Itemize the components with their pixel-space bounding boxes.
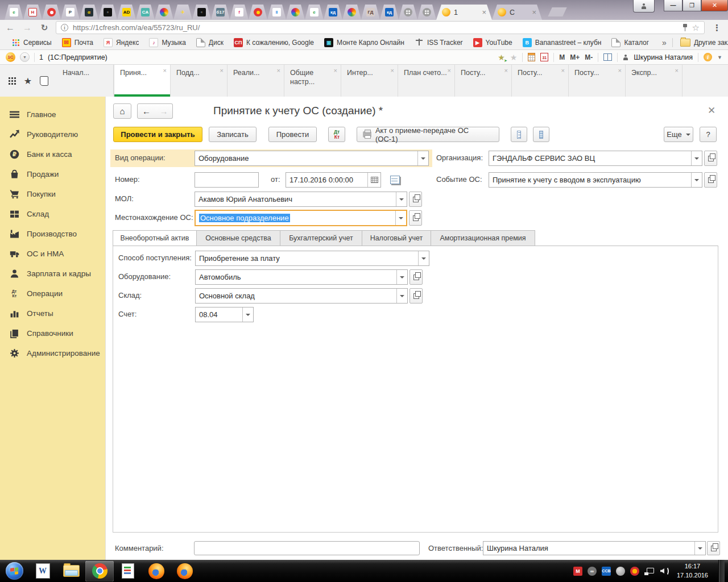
act-print-button[interactable]: Акт о приеме-передаче ОС (ОС-1) (357, 127, 499, 142)
pinned-tab[interactable]: e (305, 5, 324, 20)
location-open-button[interactable] (409, 210, 422, 226)
mol-field[interactable]: Акамов Юрий Анатольевич (195, 192, 407, 207)
responsible-field[interactable]: Шкурина Наталия (483, 541, 706, 555)
post-and-close-button[interactable]: Провести и закрыть (113, 127, 202, 142)
number-settings-icon[interactable] (390, 176, 400, 184)
sidebar-item-gear[interactable]: Администрирование (0, 343, 105, 363)
date-picker-button[interactable] (367, 173, 380, 187)
url-text[interactable]: https://1cfresh.com/a/ea/55723/ru_RU/ (73, 23, 678, 32)
forward-button[interactable]: → (155, 103, 173, 119)
browser-forward-button[interactable]: → (22, 23, 33, 33)
sidebar-item-books[interactable]: Справочники (0, 323, 105, 343)
dt-kt-button[interactable]: ДтКт (328, 127, 345, 142)
bookmark-item[interactable]: ▶YouTube (468, 36, 518, 49)
pinned-tab[interactable] (342, 5, 361, 20)
organization-open-button[interactable] (704, 151, 717, 166)
creative-cloud-tray-icon[interactable]: ∞ (588, 567, 597, 576)
pinned-tab[interactable]: Н (23, 5, 42, 20)
browser-tab-active[interactable]: 1 × (436, 5, 492, 20)
info-icon[interactable]: i (704, 53, 712, 61)
equipment-open-button[interactable] (410, 269, 423, 285)
bookmark-item[interactable]: ♪Музыка (144, 36, 191, 49)
dropdown-icon[interactable] (694, 542, 705, 555)
bookmark-item[interactable]: BBananastreet – клубн (518, 36, 607, 49)
dropdown-icon[interactable] (395, 211, 406, 225)
app-tab[interactable]: Реали...× (228, 65, 284, 97)
pinned-tab[interactable]: ГД (361, 5, 380, 20)
address-bar[interactable]: i https://1cfresh.com/a/ea/55723/ru_RU/ … (56, 21, 705, 34)
comment-field[interactable] (194, 541, 420, 555)
pinned-tab[interactable]: f (230, 5, 249, 20)
taskbar-explorer[interactable] (57, 561, 85, 581)
back-button[interactable]: ← (137, 103, 156, 119)
network-icon[interactable] (644, 567, 655, 575)
pinned-tab[interactable]: кд (324, 5, 342, 20)
pinned-tab[interactable]: б17 (211, 5, 230, 20)
pinned-tab[interactable]: ‖ (267, 5, 286, 20)
pinned-tab[interactable]: CA (136, 5, 155, 20)
acquisition-field[interactable]: Приобретение за плату (195, 251, 429, 266)
close-tab-icon[interactable]: × (391, 67, 394, 75)
document-report-button[interactable] (511, 127, 527, 142)
volume-icon[interactable] (660, 567, 669, 576)
form-tab[interactable]: Налоговый учет (362, 230, 431, 246)
register-records-button[interactable] (533, 127, 549, 142)
dropdown-icon[interactable] (396, 289, 407, 303)
memory-mminus-button[interactable]: M- (585, 53, 593, 61)
close-tab-icon[interactable]: × (448, 67, 451, 75)
sidebar-item-dt-kt[interactable]: ДтКтОперации (0, 284, 105, 304)
mol-open-button[interactable] (409, 192, 422, 207)
organization-field[interactable]: ГЭНДАЛЬФ СЕРВИС ЗАО ВЦ (489, 151, 702, 166)
app-tab[interactable]: Подд...× (171, 65, 228, 97)
sidebar-item-factory[interactable]: Производство (0, 224, 105, 244)
dropdown-icon[interactable] (691, 151, 702, 165)
sidebar-item-shopping-cart[interactable]: Покупки (0, 184, 105, 204)
location-field[interactable]: Основное подразделение (195, 210, 407, 226)
close-tab-icon[interactable]: × (675, 67, 679, 75)
taskbar-clock[interactable]: 16:17 17.10.2016 (674, 562, 713, 580)
sidebar-item-truck[interactable]: ОС и НМА (0, 244, 105, 264)
bookmark-item[interactable]: ISS Tracker (410, 36, 468, 49)
event-field[interactable]: Принятие к учету с вводом в эксплуатацию (489, 172, 702, 188)
app-tab[interactable]: Экспр...× (626, 65, 682, 97)
taskbar-1c-document[interactable] (114, 561, 142, 581)
close-tab-icon[interactable]: × (277, 67, 280, 75)
sidebar-item-ruble-circle[interactable]: ₽Банк и касса (0, 144, 105, 164)
pinned-tab[interactable] (42, 5, 61, 20)
sidebar-item-person[interactable]: Зарплата и кадры (0, 264, 105, 284)
plugin-key-icon[interactable] (682, 24, 688, 31)
bookmark-item[interactable]: ✉Почта (57, 36, 98, 49)
app-tab[interactable]: Посту...× (512, 65, 569, 97)
app-tab[interactable]: Общие настр...× (284, 65, 341, 97)
bookmark-item[interactable]: СПК сожалению, Google (229, 36, 319, 49)
equipment-field[interactable]: Автомобиль (195, 269, 408, 285)
sidebar-item-warehouse-grid[interactable]: Склад (0, 204, 105, 224)
bookmark-item[interactable]: ЯЯндекс (98, 36, 144, 49)
bookmarks-overflow-chevron[interactable]: » (656, 38, 673, 47)
app-tab[interactable]: Посту...× (455, 65, 512, 97)
help-button[interactable]: ? (700, 127, 717, 142)
pinned-tab[interactable]: AD (117, 5, 136, 20)
pinned-tab[interactable] (249, 5, 267, 20)
taskbar-word[interactable]: W (28, 561, 57, 581)
favorites-icon[interactable]: ★ (510, 53, 518, 62)
calendar-icon[interactable]: 31 (540, 53, 548, 61)
close-tab-icon[interactable]: × (504, 67, 508, 75)
bookmark-item[interactable]: Диск (191, 36, 229, 49)
pinned-tab[interactable] (155, 5, 173, 20)
pinned-tab[interactable]: α (80, 5, 98, 20)
close-window-button[interactable]: ✕ (701, 0, 728, 11)
browser-menu-icon[interactable]: ⋮ (710, 23, 723, 33)
dropdown-icon[interactable] (396, 192, 407, 206)
ccb-tray-icon[interactable]: ССВ (602, 567, 611, 576)
other-bookmarks-button[interactable]: Другие закладки (675, 36, 728, 49)
taskbar-firefox-1[interactable] (142, 561, 171, 581)
app-tab[interactable]: Приня...× (114, 65, 171, 97)
close-tab-icon[interactable]: × (561, 67, 565, 75)
warehouse-field[interactable]: Основной склад (195, 288, 408, 304)
new-tab-button[interactable] (548, 7, 566, 16)
close-tab-icon[interactable]: × (163, 67, 167, 75)
browser-back-button[interactable]: ← (5, 23, 16, 33)
sidebar-item-trend-chart[interactable]: Руководителю (0, 124, 105, 144)
minimize-button[interactable]: — (664, 0, 682, 11)
